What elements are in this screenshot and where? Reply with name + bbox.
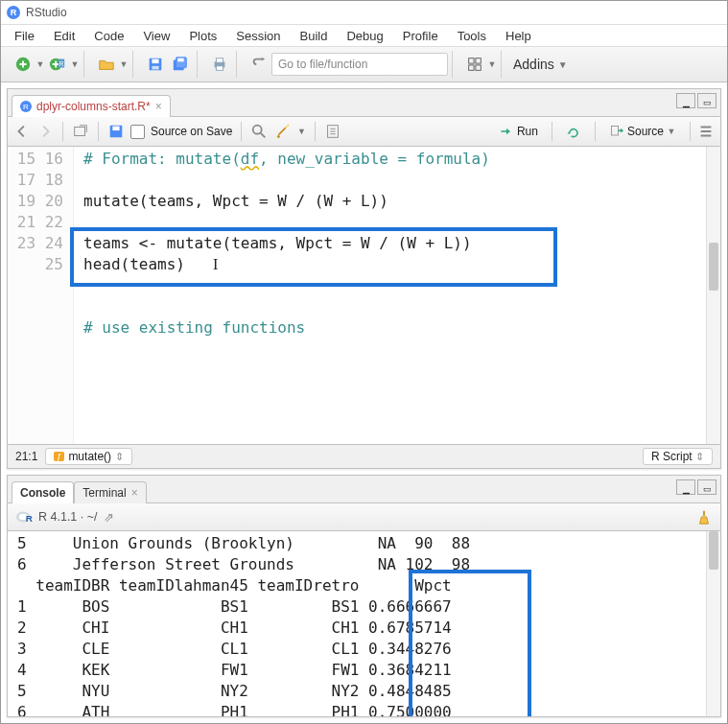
console-line: 6 Jefferson Street Grounds NA 102 98 bbox=[17, 555, 470, 573]
svg-point-22 bbox=[288, 125, 290, 127]
menu-file[interactable]: File bbox=[5, 27, 44, 45]
menu-session[interactable]: Session bbox=[226, 27, 290, 45]
tab-terminal[interactable]: Terminal × bbox=[74, 481, 146, 503]
r-logo-icon: R bbox=[15, 508, 33, 525]
svg-rect-9 bbox=[177, 58, 183, 62]
svg-point-21 bbox=[286, 127, 288, 128]
app-title: RStudio bbox=[26, 6, 67, 19]
console-line: teamIDBR teamIDlahman45 teamIDretro Wpct bbox=[17, 576, 452, 595]
svg-text:R: R bbox=[59, 60, 64, 67]
new-project-button[interactable]: R bbox=[45, 52, 70, 77]
menu-debug[interactable]: Debug bbox=[337, 27, 392, 45]
source-tabbar: R dplyr-columns-start.R* × ▁ ▭ bbox=[8, 89, 720, 117]
source-tab-filename: dplyr-columns-start.R* bbox=[36, 100, 151, 113]
menu-profile[interactable]: Profile bbox=[393, 27, 448, 45]
source-pane-controls: ▁ ▭ bbox=[676, 93, 716, 108]
svg-rect-15 bbox=[469, 65, 474, 70]
new-file-button[interactable] bbox=[11, 52, 35, 77]
save-button[interactable] bbox=[143, 52, 168, 77]
workspace-panes-dropdown-icon[interactable]: ▼ bbox=[487, 59, 497, 69]
menu-build[interactable]: Build bbox=[291, 27, 338, 45]
goto-file-input[interactable]: Go to file/function bbox=[271, 53, 448, 76]
open-file-button[interactable] bbox=[94, 52, 119, 77]
menu-help[interactable]: Help bbox=[496, 27, 541, 45]
r-file-icon: R bbox=[20, 101, 32, 112]
addins-label: Addins bbox=[513, 57, 554, 72]
menu-edit[interactable]: Edit bbox=[44, 27, 84, 45]
main-toolbar: ▼ R ▼ ▼ bbox=[1, 47, 727, 82]
scope-updown-icon: ⇕ bbox=[115, 451, 124, 463]
wd-popout-icon[interactable]: ⇗ bbox=[104, 510, 114, 525]
open-file-dropdown-icon[interactable]: ▼ bbox=[119, 59, 129, 69]
rstudio-app-icon: R bbox=[7, 6, 20, 19]
close-terminal-icon[interactable]: × bbox=[131, 486, 138, 500]
console-output[interactable]: 5 Union Grounds (Brooklyn) NA 90 88 6 Je… bbox=[8, 531, 720, 716]
menu-plots[interactable]: Plots bbox=[179, 27, 226, 45]
clear-console-button[interactable] bbox=[695, 508, 713, 525]
code-content[interactable]: # Format: mutate(df, new_variable = form… bbox=[74, 147, 706, 444]
svg-rect-19 bbox=[112, 127, 119, 131]
back-button[interactable] bbox=[13, 123, 31, 140]
r-version-path: R 4.1.1 · ~/ bbox=[38, 510, 98, 524]
goto-prev-button[interactable] bbox=[247, 52, 271, 77]
source-dropdown-icon[interactable]: ▼ bbox=[667, 127, 676, 136]
console-scrollbar[interactable] bbox=[706, 531, 720, 716]
source-toolbar: Source on Save ▼ Run bbox=[8, 117, 720, 147]
svg-text:R: R bbox=[26, 513, 33, 524]
editor-scroll-thumb[interactable] bbox=[709, 243, 718, 291]
print-button[interactable] bbox=[207, 52, 232, 77]
save-source-button[interactable] bbox=[107, 123, 125, 140]
code-tools-button[interactable] bbox=[273, 123, 291, 140]
console-pane-controls: ▁ ▭ bbox=[676, 479, 716, 495]
source-status-bar: 21:1 ƒ mutate() ⇕ R Script ⇕ bbox=[8, 444, 720, 468]
addins-dropdown-icon: ▼ bbox=[558, 59, 568, 70]
svg-rect-11 bbox=[216, 58, 223, 62]
function-badge-icon: ƒ bbox=[54, 452, 64, 461]
line-gutter: 15 16 17 18 19 20 21 22 23 24 25 bbox=[8, 147, 74, 444]
compile-report-button[interactable] bbox=[324, 123, 341, 140]
forward-button[interactable] bbox=[36, 123, 54, 140]
close-tab-icon[interactable]: × bbox=[155, 100, 162, 113]
rerun-button[interactable] bbox=[559, 121, 588, 142]
source-button-label: Source bbox=[627, 125, 664, 138]
code-editor[interactable]: 15 16 17 18 19 20 21 22 23 24 25 # Forma… bbox=[8, 147, 720, 444]
console-line: 3 CLE CL1 CL1 0.3448276 bbox=[17, 640, 452, 658]
run-button[interactable]: Run bbox=[492, 121, 545, 142]
scope-breadcrumb[interactable]: ƒ mutate() ⇕ bbox=[45, 448, 132, 465]
maximize-console-button[interactable]: ▭ bbox=[697, 479, 716, 495]
run-label: Run bbox=[517, 125, 538, 138]
workspace-panes-button[interactable] bbox=[462, 52, 487, 77]
cursor-position: 21:1 bbox=[15, 450, 37, 463]
menu-view[interactable]: View bbox=[133, 27, 179, 45]
source-button[interactable]: Source ▼ bbox=[602, 121, 683, 142]
file-type-selector[interactable]: R Script ⇕ bbox=[643, 448, 713, 465]
console-scroll-thumb[interactable] bbox=[709, 531, 718, 570]
save-all-button[interactable] bbox=[168, 52, 193, 77]
show-in-new-window-button[interactable] bbox=[72, 123, 89, 140]
console-pane: Console Terminal × ▁ ▭ R R 4.1.1 · ~/ ⇗ bbox=[7, 475, 721, 717]
panes-container: R dplyr-columns-start.R* × ▁ ▭ Source on… bbox=[1, 82, 727, 723]
scope-name: mutate() bbox=[68, 450, 111, 463]
tab-console[interactable]: Console bbox=[12, 481, 74, 503]
maximize-pane-button[interactable]: ▭ bbox=[697, 93, 716, 108]
new-project-dropdown-icon[interactable]: ▼ bbox=[70, 59, 80, 69]
svg-rect-16 bbox=[476, 65, 481, 70]
file-type-updown-icon: ⇕ bbox=[695, 451, 704, 462]
minimize-console-button[interactable]: ▁ bbox=[676, 479, 695, 495]
svg-rect-17 bbox=[75, 128, 85, 136]
new-file-dropdown-icon[interactable]: ▼ bbox=[35, 59, 45, 69]
find-replace-button[interactable] bbox=[250, 123, 268, 140]
menu-tools[interactable]: Tools bbox=[448, 27, 496, 45]
source-tab[interactable]: R dplyr-columns-start.R* × bbox=[12, 95, 171, 117]
outline-button[interactable] bbox=[697, 123, 715, 140]
menu-code[interactable]: Code bbox=[84, 27, 133, 45]
source-on-save-label: Source on Save bbox=[151, 125, 232, 138]
editor-scrollbar[interactable] bbox=[706, 147, 720, 444]
svg-rect-24 bbox=[611, 126, 618, 135]
console-line: 5 Union Grounds (Brooklyn) NA 90 88 bbox=[17, 534, 470, 552]
source-on-save-checkbox[interactable] bbox=[130, 125, 145, 139]
addins-menu[interactable]: Addins ▼ bbox=[507, 57, 574, 72]
code-tools-dropdown-icon[interactable]: ▼ bbox=[296, 127, 306, 136]
text-cursor-icon: I bbox=[213, 256, 218, 272]
minimize-pane-button[interactable]: ▁ bbox=[676, 93, 695, 108]
